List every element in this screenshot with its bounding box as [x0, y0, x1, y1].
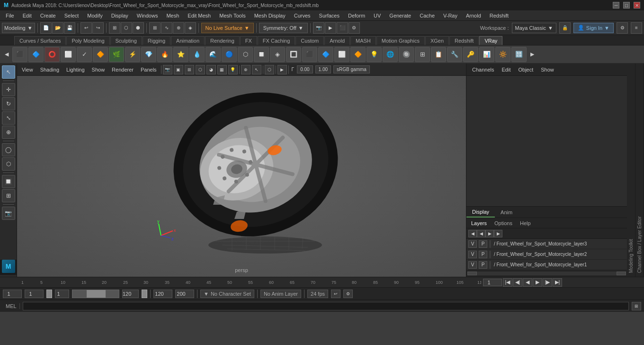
minimize-button[interactable]: ─ — [613, 2, 619, 9]
snap-grid-btn[interactable]: ⊞ — [149, 22, 161, 34]
shelf-tab-rigging[interactable]: Rigging — [143, 36, 170, 45]
script-settings-btn[interactable]: ⊞ — [632, 302, 641, 310]
shelf-icon-9[interactable]: 💎 — [141, 47, 156, 62]
anim-setting-btn[interactable]: ⚙ — [343, 290, 353, 298]
shelf-icon-22[interactable]: 🔶 — [350, 47, 366, 62]
vp-iso-btn[interactable]: ⬡ — [265, 65, 274, 74]
select-mode-btn[interactable]: ⊞ — [109, 22, 120, 34]
layer-add-btn[interactable]: ◀ — [468, 230, 477, 237]
attribute-editor-label[interactable]: Channel Box / Layer Editor — [635, 64, 644, 277]
new-scene-btn[interactable]: 📄 — [40, 22, 52, 34]
no-live-surface-btn[interactable]: No Live Surface ▼ — [201, 23, 254, 33]
menu-mesh[interactable]: Mesh — [162, 12, 183, 19]
layer-v-btn-2[interactable]: V — [468, 251, 477, 258]
vp-sel-btn[interactable]: ↖ — [252, 65, 261, 74]
shelf-tab-rendering[interactable]: Rendering — [205, 36, 240, 45]
vp-wireframe-btn[interactable]: ⬡ — [196, 65, 205, 74]
shelf-tab-curves-surfaces[interactable]: Curves / Surfaces — [14, 36, 66, 45]
menu-file[interactable]: File — [2, 12, 18, 19]
menu-mesh-display[interactable]: Mesh Display — [250, 12, 289, 19]
shelf-tab-arnold[interactable]: Arnold — [324, 36, 350, 45]
current-frame-input[interactable] — [483, 279, 502, 286]
shelf-icon-26[interactable]: ⊞ — [415, 47, 430, 62]
select-tool-btn[interactable]: ↖ — [2, 65, 15, 79]
menu-redshift[interactable]: Redshift — [486, 12, 512, 19]
shelf-icon-23[interactable]: 💡 — [367, 47, 382, 62]
play-forward-btn[interactable]: ▶ — [533, 278, 542, 287]
shelf-icon-16[interactable]: 🔲 — [254, 47, 269, 62]
menu-display[interactable]: Display — [107, 12, 132, 19]
shelf-tab-mash[interactable]: MASH — [350, 36, 376, 45]
mode-dropdown[interactable]: Modeling ▼ — [2, 23, 35, 33]
shelf-icon-30[interactable]: 📊 — [479, 47, 494, 62]
layer-p-btn-1[interactable]: P — [479, 261, 487, 269]
shelf-tab-motion-graphics[interactable]: Motion Graphics — [376, 36, 425, 45]
shelf-icon-5[interactable]: ✓ — [77, 47, 92, 62]
frame-current-input[interactable] — [25, 290, 44, 298]
fps-display[interactable]: 24 fps — [307, 290, 328, 298]
display-tab[interactable]: Display — [466, 207, 495, 218]
shelf-scroll-right[interactable]: ▶ — [528, 47, 537, 62]
range-slider-thumb[interactable] — [87, 290, 106, 298]
range-slider-track[interactable] — [72, 290, 119, 298]
shelf-icon-14[interactable]: 🔵 — [222, 47, 237, 62]
shelf-icon-27[interactable]: 📋 — [431, 47, 446, 62]
menu-uv[interactable]: UV — [370, 12, 385, 19]
shelf-scroll-left[interactable]: ◀ — [2, 47, 11, 62]
shelf-icon-32[interactable]: 🔠 — [511, 47, 527, 62]
shelf-icon-20[interactable]: 🔷 — [318, 47, 333, 62]
shelf-tab-fx-caching[interactable]: FX Caching — [258, 36, 295, 45]
vp-menu-panels[interactable]: Panels — [138, 66, 160, 73]
menu-windows[interactable]: Windows — [133, 12, 162, 19]
viewport[interactable]: View Shading Lighting Show Renderer Pane… — [17, 64, 466, 277]
layer-scrollbar[interactable] — [466, 270, 627, 277]
maximize-button[interactable]: □ — [623, 2, 630, 9]
shelf-icon-15[interactable]: ⬡ — [238, 47, 253, 62]
vp-playblast-btn[interactable]: ▶ — [277, 65, 287, 74]
shelf-icon-13[interactable]: 🌊 — [206, 47, 221, 62]
vp-manip-btn[interactable]: ⊕ — [241, 65, 250, 74]
frame-end-input[interactable] — [175, 290, 194, 298]
shelf-icon-18[interactable]: 🔳 — [286, 47, 301, 62]
camera-view-btn[interactable]: 📷 — [2, 207, 15, 220]
shelf-icon-10[interactable]: 🔥 — [157, 47, 172, 62]
layer-scroll-left[interactable] — [467, 272, 477, 275]
paint-btn[interactable]: ⬢ — [133, 22, 144, 34]
open-btn[interactable]: 📂 — [52, 22, 63, 34]
grid-btn[interactable]: ⊞ — [2, 189, 15, 202]
step-back-btn[interactable]: ◀| — [513, 278, 522, 287]
shelf-tab-poly-modeling[interactable]: Poly Modeling — [66, 36, 109, 45]
shelf-tab-sculpting[interactable]: Sculpting — [110, 36, 142, 45]
menu-vray[interactable]: V-Ray — [439, 12, 461, 19]
shelf-icon-28[interactable]: 🔧 — [447, 47, 462, 62]
menu-edit[interactable]: Edit — [19, 12, 36, 19]
shelf-tab-xgen[interactable]: XGen — [425, 36, 449, 45]
snap-point-btn[interactable]: ⊕ — [173, 22, 184, 34]
shelf-icon-19[interactable]: ⬛ — [302, 47, 317, 62]
gamma-input[interactable]: 0.00 — [297, 65, 313, 73]
anim-pref-btn[interactable]: ↩ — [331, 290, 340, 298]
layer-row-3[interactable]: V P / Front_Wheel_for_Sport_Motorcycle_l… — [466, 239, 627, 249]
menu-deform[interactable]: Deform — [344, 12, 369, 19]
channels-tab[interactable]: Channels — [470, 66, 496, 73]
anim-end-input[interactable] — [153, 290, 172, 298]
shelf-tab-custom[interactable]: Custom — [295, 36, 324, 45]
close-button[interactable]: ✕ — [634, 2, 640, 9]
vp-menu-renderer[interactable]: Renderer — [109, 66, 136, 73]
menu-surfaces[interactable]: Surfaces — [315, 12, 343, 19]
shelf-icon-25[interactable]: 🔘 — [399, 47, 414, 62]
layer-scroll-right[interactable] — [617, 272, 626, 275]
vp-menu-lighting[interactable]: Lighting — [63, 66, 88, 73]
options-subtab[interactable]: Options — [492, 219, 515, 227]
shelf-tab-animation[interactable]: Animation — [171, 36, 205, 45]
shelf-tab-vray[interactable]: VRay — [479, 36, 502, 45]
shelf-icon-31[interactable]: 🔆 — [495, 47, 510, 62]
timeline-ruler[interactable]: 1 5 10 15 20 25 30 35 40 45 50 55 60 65 … — [19, 277, 481, 287]
vp-render-btn[interactable]: ▣ — [174, 65, 183, 74]
menu-curves[interactable]: Curves — [290, 12, 314, 19]
shelf-icon-12[interactable]: 💧 — [189, 47, 205, 62]
shelf-icon-11[interactable]: ⭐ — [173, 47, 188, 62]
shelf-icon-24[interactable]: 🌐 — [383, 47, 398, 62]
universal-manipulator-btn[interactable]: ⊕ — [2, 126, 15, 139]
ipr-btn[interactable]: ⬛ — [337, 22, 348, 34]
